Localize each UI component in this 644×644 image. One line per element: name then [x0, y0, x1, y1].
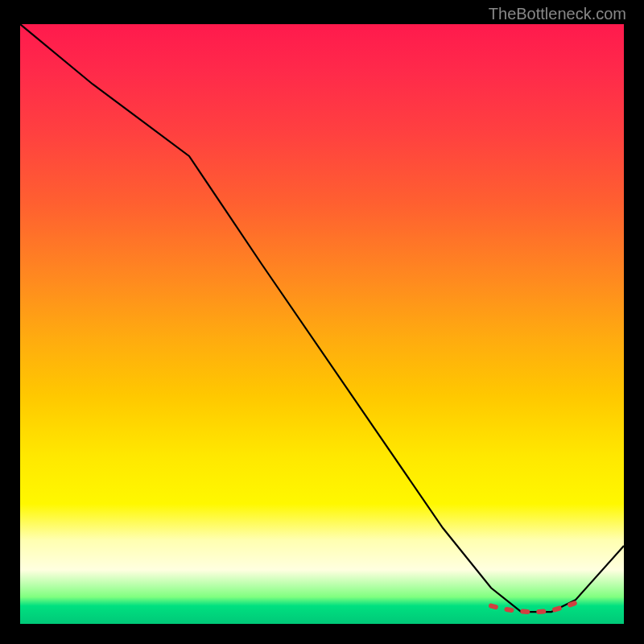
- attribution-text: TheBottleneck.com: [489, 5, 626, 23]
- plot-area: [20, 24, 624, 624]
- optimal-range-dots: [491, 603, 576, 612]
- chart-svg: [20, 24, 624, 624]
- bottleneck-curve: [20, 24, 624, 612]
